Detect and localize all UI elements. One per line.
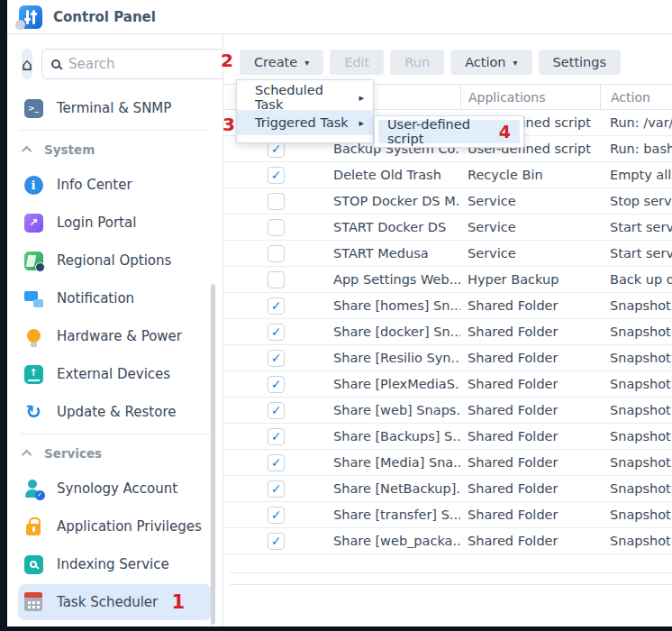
- padlock-icon: [26, 524, 41, 535]
- task-table: Applications Action ✓ User-defined scrip…: [223, 84, 672, 585]
- sidebar-item-notification[interactable]: Notification: [18, 280, 212, 316]
- table-row[interactable]: ✓ Delete Old Trash Recycle Bin Empty all…: [223, 162, 672, 188]
- search-icon: [51, 59, 60, 69]
- row-checkbox[interactable]: [268, 271, 285, 288]
- task-action: Snapshot: [600, 351, 672, 365]
- table-row[interactable]: ✓ Share [PlexMediaS... Shared Folder Sna…: [223, 371, 672, 398]
- row-checkbox[interactable]: [268, 245, 285, 262]
- row-checkbox[interactable]: [268, 193, 285, 210]
- table-row[interactable]: START Docker DS Service Start servic: [223, 215, 672, 241]
- row-checkbox[interactable]: ✓: [268, 454, 285, 471]
- task-application: Shared Folder: [460, 377, 600, 391]
- task-application: Shared Folder: [460, 298, 600, 313]
- row-checkbox[interactable]: ✓: [268, 428, 285, 445]
- menu-item-triggered-task[interactable]: Triggered Task ▸: [237, 110, 373, 135]
- sidebar-item-external-devices[interactable]: ↑ External Devices: [18, 356, 212, 392]
- menu-item-scheduled-task[interactable]: Scheduled Task ▸: [237, 85, 373, 110]
- task-action: Start servic: [600, 220, 672, 234]
- table-row[interactable]: START Medusa Service Start servic: [223, 241, 672, 267]
- row-checkbox[interactable]: ✓: [268, 350, 285, 367]
- sidebar-item-task-scheduler[interactable]: Task Scheduler 1: [18, 584, 212, 620]
- table-row[interactable]: STOP Docker DS M... Service Stop servic: [223, 188, 672, 215]
- sidebar-item-indexing-service[interactable]: Indexing Service: [18, 546, 212, 582]
- table-row[interactable]: ✓ Share [NetBackup]... Shared Folder Sna…: [223, 476, 672, 502]
- sidebar-item-info-center[interactable]: i Info Center: [18, 167, 212, 203]
- update-restore-icon: ↻: [24, 403, 43, 422]
- titlebar: Control Panel: [7, 0, 672, 34]
- task-action: Snapshot: [600, 481, 672, 496]
- sidebar-divider: [20, 434, 210, 434]
- lightbulb-icon: [27, 329, 41, 343]
- chevron-up-icon: [22, 450, 32, 460]
- table-row[interactable]: ✓ Share [Resilio Syn... Shared Folder Sn…: [223, 345, 672, 371]
- task-action: Snapshot: [600, 298, 672, 313]
- row-checkbox[interactable]: ✓: [268, 167, 285, 184]
- row-checkbox[interactable]: ✓: [268, 324, 285, 341]
- task-name: Share [docker] Sn...: [326, 325, 460, 339]
- sidebar-scrollbar-thumb[interactable]: [211, 284, 215, 625]
- table-row[interactable]: ✓ Share [docker] Sn... Shared Folder Sna…: [223, 319, 672, 345]
- caret-down-icon: ▾: [304, 58, 309, 68]
- table-row[interactable]: ✓ Share [transfer] S... Shared Folder Sn…: [223, 502, 672, 528]
- action-button[interactable]: Action ▾: [450, 50, 531, 75]
- terminal-icon: >_: [24, 99, 43, 118]
- task-action: Run: bash /: [600, 142, 672, 156]
- row-checkbox[interactable]: [268, 219, 285, 236]
- row-checkbox[interactable]: ✓: [268, 376, 285, 393]
- row-checkbox[interactable]: ✓: [268, 507, 285, 524]
- annotation-step-4: 4: [499, 122, 511, 142]
- column-header-applications[interactable]: Applications: [460, 85, 600, 109]
- task-name: Share [web] Snaps...: [326, 403, 460, 417]
- task-action: Stop servic: [600, 194, 672, 208]
- edit-button[interactable]: Edit: [330, 50, 384, 75]
- search-input[interactable]: [68, 56, 223, 72]
- run-button[interactable]: Run: [390, 50, 444, 75]
- table-row[interactable]: ✓ Share [web_packa... Shared Folder Snap…: [223, 528, 672, 554]
- task-action: Snapshot: [600, 534, 672, 548]
- task-name: Share [transfer] S...: [326, 508, 460, 522]
- row-checkbox[interactable]: ✓: [268, 402, 285, 419]
- annotation-step-2: 2: [221, 50, 233, 71]
- row-checkbox[interactable]: ✓: [268, 533, 285, 550]
- calendar-icon: [24, 597, 42, 611]
- task-application: Shared Folder: [460, 481, 600, 496]
- sidebar-item-hardware-power[interactable]: Hardware & Power: [18, 318, 212, 354]
- settings-button[interactable]: Settings: [539, 50, 621, 75]
- sidebar-item-application-privileges[interactable]: Application Privileges: [18, 508, 212, 544]
- menu-item-user-defined-script[interactable]: User-defined script 4: [378, 120, 520, 143]
- create-button[interactable]: Create ▾: [240, 50, 323, 75]
- search-box[interactable]: [41, 49, 223, 79]
- task-application: Shared Folder: [460, 455, 600, 470]
- control-panel-window: Control Panel ⌂ >_ Terminal & SNMP Sy: [7, 0, 672, 626]
- task-application: Shared Folder: [460, 403, 600, 417]
- task-name: Share [NetBackup]...: [326, 481, 460, 496]
- table-row[interactable]: ✓ Share [web] Snaps... Shared Folder Sna…: [223, 398, 672, 424]
- table-row[interactable]: ✓ Share [homes] Sn... Shared Folder Snap…: [223, 293, 672, 319]
- task-name: Share [Media] Sna...: [326, 455, 460, 470]
- task-application: Shared Folder: [460, 534, 600, 548]
- home-button[interactable]: ⌂: [22, 49, 32, 79]
- task-name: Share [web_packa...: [326, 534, 460, 548]
- sidebar-item-login-portal[interactable]: ↗ Login Portal: [18, 205, 212, 241]
- table-row[interactable]: ✓ Share [Media] Sna... Shared Folder Sna…: [223, 450, 672, 476]
- column-header-action[interactable]: Action: [600, 85, 672, 109]
- section-system[interactable]: System: [7, 134, 222, 165]
- task-action: Snapshot: [600, 455, 672, 470]
- section-services[interactable]: Services: [7, 438, 222, 469]
- row-checkbox[interactable]: ✓: [268, 297, 285, 315]
- task-action: Snapshot: [600, 403, 672, 417]
- sidebar-item-update-restore[interactable]: ↻ Update & Restore: [18, 394, 212, 430]
- task-name: Share [Resilio Syn...: [326, 351, 460, 365]
- sidebar-item-terminal-snmp[interactable]: >_ Terminal & SNMP: [18, 90, 212, 126]
- task-application: Service: [460, 220, 600, 234]
- sidebar-item-regional-options[interactable]: Regional Options: [18, 242, 212, 279]
- task-name: Share [Backups] S...: [326, 429, 460, 444]
- annotation-step-3: 3: [222, 114, 235, 135]
- sidebar-item-synology-account[interactable]: ✓ Synology Account: [18, 471, 212, 507]
- table-row[interactable]: ✓ Share [Backups] S... Shared Folder Sna…: [223, 424, 672, 450]
- row-checkbox[interactable]: ✓: [268, 480, 285, 498]
- task-application: Hyper Backup: [460, 272, 600, 287]
- table-row[interactable]: App Settings Web... Hyper Backup Back up…: [223, 267, 672, 293]
- login-portal-icon: ↗: [24, 214, 43, 233]
- task-application: Shared Folder: [460, 325, 600, 339]
